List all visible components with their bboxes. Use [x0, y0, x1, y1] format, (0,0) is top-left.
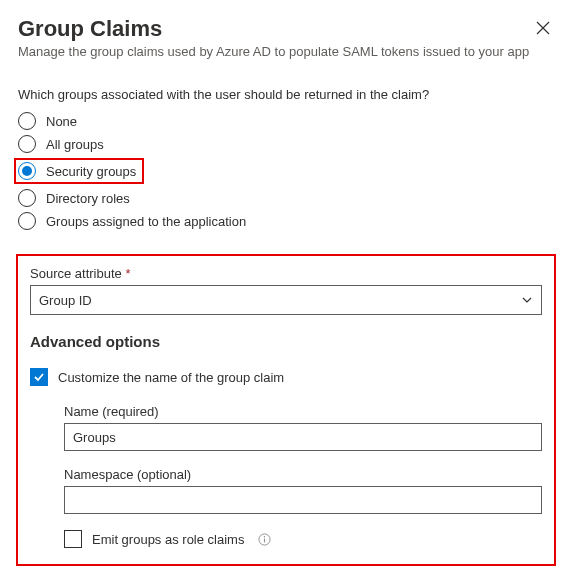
- checkbox-unchecked-icon: [64, 530, 82, 548]
- checkbox-checked-icon: [30, 368, 48, 386]
- name-input[interactable]: [64, 423, 542, 451]
- svg-point-1: [264, 535, 265, 536]
- radio-label: Groups assigned to the application: [46, 214, 246, 229]
- chevron-down-icon: [521, 294, 533, 306]
- radio-icon: [18, 189, 36, 207]
- advanced-options-title: Advanced options: [30, 333, 542, 350]
- checkbox-label: Emit groups as role claims: [92, 532, 244, 547]
- radio-directory-roles[interactable]: Directory roles: [18, 189, 554, 207]
- page-title: Group Claims: [18, 16, 162, 42]
- source-attribute-label: Source attribute *: [30, 266, 542, 281]
- group-question: Which groups associated with the user sh…: [18, 87, 554, 102]
- radio-icon-selected: [18, 162, 36, 180]
- emit-roles-checkbox[interactable]: Emit groups as role claims: [64, 530, 542, 548]
- radio-all-groups[interactable]: All groups: [18, 135, 554, 153]
- close-icon: [536, 21, 550, 35]
- radio-icon: [18, 112, 36, 130]
- info-icon: [258, 533, 271, 546]
- select-value: Group ID: [39, 293, 92, 308]
- customize-name-checkbox[interactable]: Customize the name of the group claim: [30, 368, 542, 386]
- page-subtitle: Manage the group claims used by Azure AD…: [18, 44, 554, 59]
- checkbox-label: Customize the name of the group claim: [58, 370, 284, 385]
- radio-label: None: [46, 114, 77, 129]
- close-button[interactable]: [532, 16, 554, 42]
- namespace-input[interactable]: [64, 486, 542, 514]
- radio-label: Security groups: [46, 164, 136, 179]
- group-type-radio-group: None All groups Security groups Director…: [18, 112, 554, 230]
- highlighted-section: Source attribute * Group ID Advanced opt…: [16, 254, 556, 566]
- name-field-label: Name (required): [64, 404, 542, 419]
- radio-label: All groups: [46, 137, 104, 152]
- radio-groups-assigned[interactable]: Groups assigned to the application: [18, 212, 554, 230]
- radio-none[interactable]: None: [18, 112, 554, 130]
- source-attribute-select[interactable]: Group ID: [30, 285, 542, 315]
- radio-security-groups[interactable]: Security groups: [14, 158, 144, 184]
- radio-label: Directory roles: [46, 191, 130, 206]
- svg-rect-2: [264, 538, 265, 542]
- radio-icon: [18, 135, 36, 153]
- namespace-field-label: Namespace (optional): [64, 467, 542, 482]
- radio-icon: [18, 212, 36, 230]
